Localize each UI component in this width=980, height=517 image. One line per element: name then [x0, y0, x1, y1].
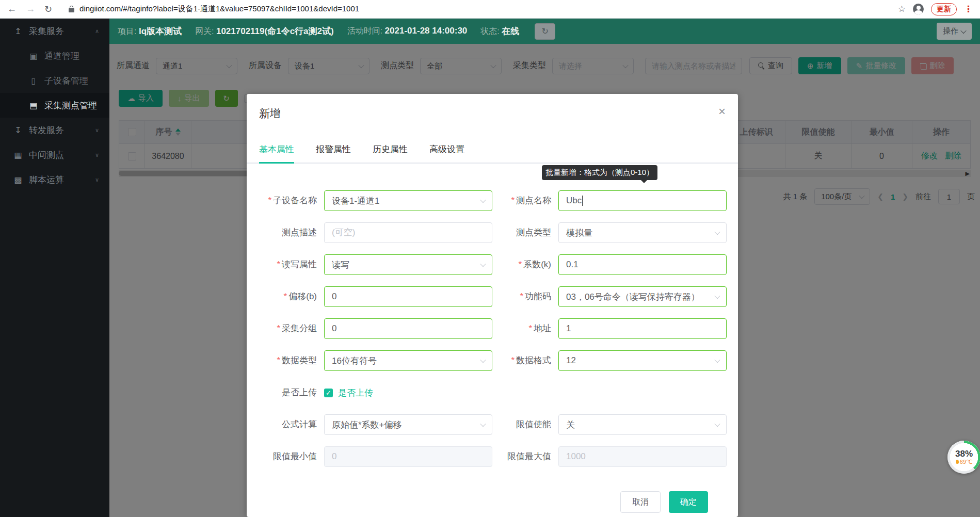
status-label: 状态: [480, 27, 499, 36]
gateway-label: 网关: [195, 27, 214, 36]
header-actions-button[interactable]: 操作 [937, 23, 972, 40]
browser-menu-icon[interactable]: ⋮ [964, 4, 973, 14]
progress-ring [947, 441, 980, 474]
active-time-label: 活动时间: [347, 26, 382, 35]
sidebar-item-middle-points[interactable]: ▦ 中间测点 ∨ [0, 142, 109, 167]
browser-toolbar: ← → ↻ dingiiot.com/#/taginfo?label=设备1-通… [0, 0, 980, 19]
offset-label: *偏移(b) [258, 292, 324, 302]
sidebar-item-collect-service[interactable]: ↥ 采集服务 ∧ [0, 19, 109, 43]
formula-label: 公式计算 [258, 419, 324, 430]
address-input[interactable] [558, 318, 727, 339]
chevron-down-icon [480, 261, 486, 267]
data-format-label: *数据格式 [492, 356, 558, 366]
batch-add-tooltip: 批量新增：格式为（测点0-10） [542, 165, 657, 180]
limit-enable-label: 限值使能 [492, 419, 558, 430]
coefficient-label: *系数(k) [492, 260, 558, 270]
caret-down-icon: ∨ [95, 176, 99, 183]
sidebar-item-forward-service[interactable]: ↧ 转发服务 ∨ [0, 118, 109, 142]
cancel-button[interactable]: 取消 [620, 491, 661, 513]
chevron-down-icon [714, 293, 720, 299]
close-icon[interactable]: × [718, 106, 726, 121]
project-value: lq版本测试 [139, 26, 182, 36]
rw-attr-select[interactable]: 读写 [324, 254, 492, 275]
sidebar-item-subdevice-mgmt[interactable]: ▯ 子设备管理 [0, 68, 109, 93]
tab-advanced[interactable]: 高级设置 [429, 143, 464, 163]
device-icon: ▯ [29, 76, 38, 86]
sidebar: ↥ 采集服务 ∧ ▣ 通道管理 ▯ 子设备管理 ▤ 采集测点管理 ↧ 转发服务 … [0, 19, 109, 517]
rw-attr-label: *读写属性 [258, 260, 324, 270]
point-type-select[interactable]: 模拟量 [558, 222, 727, 243]
limit-min-label: 限值最小值 [258, 451, 324, 462]
app-header: 项目: lq版本测试 网关: 1021702119(命1令c行a测2试) 活动时… [109, 19, 980, 44]
sidebar-item-channel-mgmt[interactable]: ▣ 通道管理 [0, 43, 109, 68]
collect-group-label: *采集分组 [258, 324, 324, 334]
collect-group-input[interactable] [324, 318, 492, 339]
point-name-input[interactable]: Ubc [558, 190, 727, 211]
chevron-down-icon [714, 357, 720, 363]
grid-icon: ▦ [13, 150, 23, 160]
browser-update-button[interactable]: 更新 [931, 3, 957, 15]
chevron-down-icon [480, 197, 486, 203]
data-type-label: *数据类型 [258, 356, 324, 366]
upload-checkbox[interactable]: ✓ [324, 389, 333, 397]
data-type-select[interactable]: 16位有符号 [324, 350, 492, 371]
upload-checkbox-label[interactable]: 是否上传 [338, 387, 373, 399]
tab-basic[interactable]: 基本属性 [259, 143, 294, 163]
floating-stats-badge[interactable]: 38% 69℃ [947, 441, 980, 474]
confirm-button[interactable]: 确定 [669, 491, 708, 513]
download-icon: ↧ [13, 125, 23, 135]
dialog-tabs: 基本属性 报警属性 历史属性 高级设置 [247, 143, 738, 164]
text-cursor [582, 196, 583, 206]
caret-down-icon: ∨ [95, 152, 99, 158]
header-refresh-button[interactable]: ↻ [535, 23, 555, 40]
bookmark-star-icon[interactable]: ☆ [898, 4, 906, 14]
add-point-dialog: 新增 × 基本属性 报警属性 历史属性 高级设置 *子设备名称 设备1-通道1 … [247, 94, 738, 517]
tab-history[interactable]: 历史属性 [373, 143, 408, 163]
data-format-select[interactable]: 12 [558, 350, 727, 371]
chevron-down-icon [714, 421, 720, 427]
sidebar-item-script[interactable]: ▩ 脚本运算 ∨ [0, 167, 109, 192]
limit-enable-select[interactable]: 关 [558, 414, 727, 435]
point-desc-input[interactable] [324, 222, 492, 243]
upload-icon: ↥ [13, 26, 23, 36]
lock-icon [69, 6, 74, 12]
dialog-title: 新增 [259, 106, 281, 121]
document-icon: ▤ [29, 101, 38, 110]
chevron-down-icon [480, 421, 486, 427]
status-value: 在线 [502, 26, 519, 36]
address-label: *地址 [492, 324, 558, 334]
function-code-select[interactable]: 03，06号命令（读写保持寄存器） [558, 286, 727, 307]
gateway-value: 1021702119(命1令c行a测2试) [216, 26, 334, 36]
function-code-label: *功能码 [492, 292, 558, 302]
offset-input[interactable] [324, 286, 492, 307]
profile-avatar[interactable] [913, 4, 924, 14]
point-name-label: *测点名称 [492, 196, 558, 206]
formula-select[interactable]: 原始值*系数+偏移 [324, 414, 492, 435]
upload-flag-label: 是否上传 [258, 387, 324, 398]
subdevice-label: *子设备名称 [258, 196, 324, 206]
url-bar[interactable]: dingiiot.com/#/taginfo?label=设备1-通道1&val… [79, 4, 898, 14]
subdevice-select[interactable]: 设备1-通道1 [324, 190, 492, 211]
limit-max-label: 限值最大值 [492, 451, 558, 462]
limit-max-input [558, 446, 727, 467]
back-button[interactable]: ← [7, 4, 17, 14]
caret-up-icon: ∧ [95, 28, 99, 35]
chevron-down-icon [480, 357, 486, 363]
reload-button[interactable]: ↻ [44, 4, 52, 15]
chevron-down-icon [714, 229, 720, 235]
limit-min-input [324, 446, 492, 467]
point-type-label: 测点类型 [492, 228, 558, 238]
script-icon: ▩ [13, 175, 23, 185]
chevron-down-icon [960, 27, 966, 33]
sidebar-item-point-mgmt[interactable]: ▤ 采集测点管理 [0, 93, 109, 118]
project-label: 项目: [118, 27, 136, 36]
point-desc-label: 测点描述 [258, 228, 324, 238]
caret-down-icon: ∨ [95, 127, 99, 134]
active-time-value: 2021-01-28 14:00:30 [385, 26, 468, 36]
tab-alarm[interactable]: 报警属性 [316, 143, 351, 163]
forward-button[interactable]: → [26, 4, 35, 14]
coefficient-input[interactable] [558, 254, 727, 275]
channel-icon: ▣ [29, 51, 38, 61]
